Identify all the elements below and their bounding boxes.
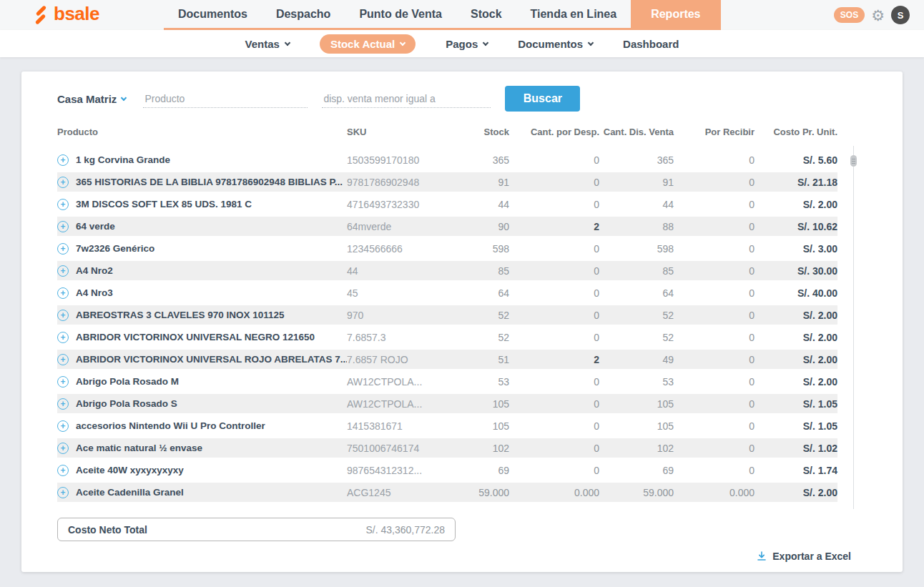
cell-por-recibir: 0 <box>674 398 755 410</box>
sos-badge[interactable]: SOS <box>834 7 865 23</box>
cell-sku: 4716493732330 <box>347 199 458 210</box>
product-name: Ace matic natural ½ envase <box>76 443 202 453</box>
table-row[interactable]: + ABRIDOR VICTORINOX UNIVERSAL NEGRO 121… <box>57 327 837 347</box>
cell-por-recibir: 0 <box>674 465 755 476</box>
sub-nav-label: Stock Actual <box>330 38 395 50</box>
filter-bar: Casa Matriz Buscar <box>57 86 903 112</box>
cell-por-recibir: 0 <box>674 443 755 454</box>
cell-cant-dis-venta: 105 <box>599 420 674 432</box>
cell-sku: 7501006746174 <box>347 443 458 454</box>
branch-selector[interactable]: Casa Matriz <box>57 93 126 105</box>
product-name: 64 verde <box>76 221 115 232</box>
sub-nav-ventas[interactable]: Ventas <box>245 38 290 50</box>
expand-plus-icon[interactable]: + <box>57 332 69 343</box>
top-nav-stock[interactable]: Stock <box>456 0 516 28</box>
top-nav: DocumentosDespachoPunto de VentaStockTie… <box>164 0 721 30</box>
sub-nav-label: Documentos <box>518 38 583 50</box>
expand-plus-icon[interactable]: + <box>57 420 69 432</box>
cell-producto: + 365 HISTORIAS DE LA BIBLIA 97817869029… <box>57 177 347 188</box>
table-row[interactable]: + 3M DISCOS SOFT LEX 85 UDS. 1981 C 4716… <box>57 194 837 214</box>
cell-por-recibir: 0 <box>674 310 755 321</box>
top-actions: SOS ⚙ S <box>834 0 910 30</box>
product-filter-input[interactable] <box>143 90 308 108</box>
expand-plus-icon[interactable]: + <box>57 199 69 210</box>
report-sub-nav: VentasStock ActualPagosDocumentosDashboa… <box>0 30 924 57</box>
cell-sku: ACG1245 <box>347 487 458 498</box>
scrollbar-thumb[interactable] <box>850 155 857 167</box>
cell-cant-por-desp: 0 <box>509 376 599 388</box>
cell-cant-dis-venta: 59.000 <box>599 487 674 498</box>
sub-nav-dashboard[interactable]: Dashboard <box>623 38 679 50</box>
cell-stock: 105 <box>458 398 509 410</box>
expand-plus-icon[interactable]: + <box>57 287 69 299</box>
product-name: 3M DISCOS SOFT LEX 85 UDS. 1981 C <box>76 199 252 209</box>
expand-plus-icon[interactable]: + <box>57 398 69 410</box>
expand-plus-icon[interactable]: + <box>57 177 69 188</box>
expand-plus-icon[interactable]: + <box>57 221 69 232</box>
cell-producto: + Abrigo Pola Rosado S <box>57 398 347 410</box>
top-nav-documentos[interactable]: Documentos <box>164 0 262 28</box>
avatar[interactable]: S <box>891 6 910 24</box>
cell-sku: 9781786902948 <box>347 177 458 188</box>
product-name: ABRIDOR VICTORINOX UNIVERSAL ROJO ABRELA… <box>76 354 347 365</box>
cell-costo-unit: S/. 10.62 <box>755 221 837 232</box>
sub-nav-documentos[interactable]: Documentos <box>518 38 593 50</box>
table-row[interactable]: + A4 Nro2 44 85 0 85 0 S/. 30.00 <box>57 261 837 280</box>
sub-nav-pagos[interactable]: Pagos <box>446 38 488 50</box>
table-row[interactable]: + Aceite 40W xyxyxyxyxy 987654312312... … <box>57 460 837 480</box>
table-row[interactable]: + Abrigo Pola Rosado S AW12CTPOLA... 105… <box>57 394 837 413</box>
cell-stock: 598 <box>458 243 509 255</box>
product-name: ABREOSTRAS 3 CLAVELES 970 INOX 101125 <box>76 310 285 320</box>
expand-plus-icon[interactable]: + <box>57 376 69 388</box>
table-row[interactable]: + ABREOSTRAS 3 CLAVELES 970 INOX 101125 … <box>57 305 837 325</box>
sub-nav-stock-actual[interactable]: Stock Actual <box>320 34 416 54</box>
cell-producto: + Aceite 40W xyxyxyxyxy <box>57 465 347 476</box>
table-row[interactable]: + Abrigo Pola Rosado M AW12CTPOLA... 53 … <box>57 372 837 391</box>
table-row[interactable]: + accesorios Nintendo Wii U Pro Controll… <box>57 416 837 435</box>
cell-stock: 64 <box>458 287 509 299</box>
table-row[interactable]: + Aceite Cadenilla Granel ACG1245 59.000… <box>57 483 837 502</box>
cell-stock: 102 <box>458 443 509 454</box>
expand-plus-icon[interactable]: + <box>57 465 69 476</box>
cell-producto: + 1 kg Corvina Grande <box>57 154 347 166</box>
expand-plus-icon[interactable]: + <box>57 443 69 454</box>
cell-cant-por-desp: 0 <box>509 177 599 188</box>
expand-plus-icon[interactable]: + <box>57 354 69 365</box>
qty-filter-input[interactable] <box>322 90 491 108</box>
table-row[interactable]: + 7w2326 Genérico 1234566666 598 0 598 0… <box>57 239 837 258</box>
bsale-logo[interactable]: bsale <box>32 0 99 30</box>
cell-por-recibir: 0 <box>674 177 755 188</box>
cell-stock: 44 <box>458 199 509 210</box>
cell-stock: 52 <box>458 332 509 343</box>
top-nav-punto-de-venta[interactable]: Punto de Venta <box>345 0 456 28</box>
expand-plus-icon[interactable]: + <box>57 310 69 321</box>
cell-sku: 7.6857.3 <box>347 332 458 343</box>
gear-icon[interactable]: ⚙ <box>871 8 885 23</box>
cell-cant-por-desp: 0 <box>509 287 599 299</box>
total-label: Costo Neto Total <box>68 524 147 536</box>
top-nav-reportes[interactable]: Reportes <box>631 0 720 28</box>
cell-costo-unit: S/. 1.05 <box>755 420 837 432</box>
table-row[interactable]: + ABRIDOR VICTORINOX UNIVERSAL ROJO ABRE… <box>57 350 837 369</box>
product-name: accesorios Nintendo Wii U Pro Controller <box>76 420 265 431</box>
export-excel-link[interactable]: Exportar a Excel <box>756 551 851 562</box>
table-row[interactable]: + Ace matic natural ½ envase 75010067461… <box>57 438 837 458</box>
table-row[interactable]: + 365 HISTORIAS DE LA BIBLIA 97817869029… <box>57 172 837 192</box>
expand-plus-icon[interactable]: + <box>57 487 69 498</box>
expand-plus-icon[interactable]: + <box>57 154 69 166</box>
product-name: 1 kg Corvina Grande <box>76 154 170 165</box>
cell-por-recibir: 0.000 <box>674 487 755 498</box>
table-row[interactable]: + A4 Nro3 45 64 0 64 0 S/. 40.00 <box>57 283 837 302</box>
cell-cant-por-desp: 0 <box>509 465 599 476</box>
top-nav-tienda-en-linea[interactable]: Tienda en Linea <box>516 0 631 28</box>
expand-plus-icon[interactable]: + <box>57 265 69 277</box>
column-header-producto: Producto <box>57 127 347 137</box>
cell-cant-dis-venta: 598 <box>599 243 674 255</box>
cell-por-recibir: 0 <box>674 376 755 388</box>
cell-cant-dis-venta: 53 <box>599 376 674 388</box>
table-row[interactable]: + 64 verde 64mverde 90 2 88 0 S/. 10.62 <box>57 217 837 236</box>
top-nav-despacho[interactable]: Despacho <box>262 0 345 28</box>
search-button[interactable]: Buscar <box>505 86 580 112</box>
expand-plus-icon[interactable]: + <box>57 243 69 255</box>
table-row[interactable]: + 1 kg Corvina Grande 1503599170180 365 … <box>57 150 837 169</box>
